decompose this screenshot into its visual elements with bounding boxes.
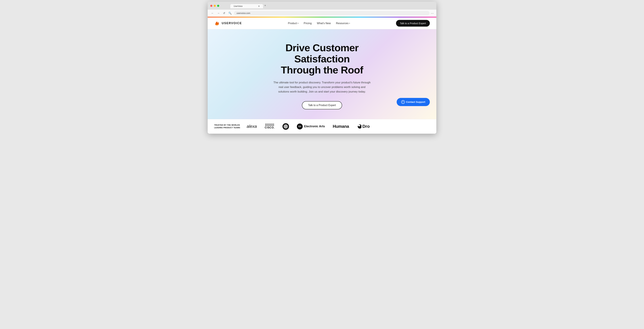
contact-support-icon: ? [401, 100, 405, 104]
new-tab-button[interactable]: + [263, 3, 268, 8]
trusted-bar: TRUSTED BY THE WORLDS LEADING PRODUCT TE… [208, 119, 436, 134]
browser-menu-button[interactable]: ⋯ [431, 11, 434, 15]
close-window-button[interactable] [210, 5, 212, 7]
refresh-button[interactable]: ↺ [222, 11, 226, 15]
url-bar[interactable] [234, 11, 430, 15]
browser-tab[interactable]: UserVoice ✕ [230, 4, 263, 8]
nav-links: Product ▾ Pricing What's New Resources ▾ [288, 22, 350, 25]
website-content: USERVOICE Product ▾ Pricing What's New R… [208, 17, 436, 134]
nav-pricing-label: Pricing [304, 22, 312, 25]
maximize-window-button[interactable] [217, 5, 219, 7]
browser-window: UserVoice ✕ + ← → ↺ 🔍 ⋯ USERVOICE [208, 2, 436, 134]
nav-resources[interactable]: Resources ▾ [336, 22, 350, 25]
logo[interactable]: USERVOICE [214, 20, 242, 26]
nav-pricing[interactable]: Pricing [304, 22, 312, 25]
contact-support-label: Contact Support [406, 100, 426, 103]
site-nav: USERVOICE Product ▾ Pricing What's New R… [208, 17, 436, 29]
product-chevron-icon: ▾ [298, 22, 298, 24]
tab-title: UserVoice [234, 5, 242, 7]
dropbox-logo: Dro [357, 124, 370, 129]
resources-chevron-icon: ▾ [349, 22, 350, 24]
trusted-label: TRUSTED BY THE WORLDS LEADING PRODUCT TE… [214, 124, 240, 129]
hero-subtitle: The ultimate tool for product discovery.… [273, 80, 371, 94]
hero-section: Drive Customer Satisfaction Through the … [208, 29, 436, 119]
nav-product[interactable]: Product ▾ [288, 22, 298, 25]
hero-title: Drive Customer Satisfaction Through the … [257, 42, 387, 76]
browser-titlebar: UserVoice ✕ + [208, 2, 436, 10]
tab-bar: UserVoice ✕ + [230, 3, 268, 8]
adobe-logo [282, 123, 289, 130]
back-button[interactable]: ← [210, 11, 215, 15]
search-button[interactable]: 🔍 [228, 11, 233, 15]
tab-close-icon[interactable]: ✕ [258, 5, 260, 7]
nav-product-label: Product [288, 22, 297, 25]
nav-whats-new-label: What's New [317, 22, 331, 25]
window-controls: UserVoice ✕ + [210, 3, 434, 8]
alexa-logo: alexa [247, 124, 257, 129]
trusted-logos: alexa [247, 123, 430, 130]
contact-support-button[interactable]: ? Contact Support [397, 98, 430, 106]
ea-logo: EA Electronic Arts [297, 124, 325, 129]
logo-icon [214, 20, 220, 26]
minimize-window-button[interactable] [214, 5, 216, 7]
cisco-logo: CISCO. [265, 124, 274, 129]
forward-button[interactable]: → [216, 11, 221, 15]
hero-cta-button[interactable]: Talk to a Product Expert [302, 101, 342, 109]
nav-whats-new[interactable]: What's New [317, 22, 331, 25]
humana-logo: Humana [333, 124, 349, 129]
logo-text: USERVOICE [222, 21, 242, 25]
browser-toolbar: ← → ↺ 🔍 ⋯ [208, 10, 436, 17]
nav-resources-label: Resources [336, 22, 348, 25]
nav-cta-button[interactable]: Talk to a Product Expert [396, 20, 430, 26]
